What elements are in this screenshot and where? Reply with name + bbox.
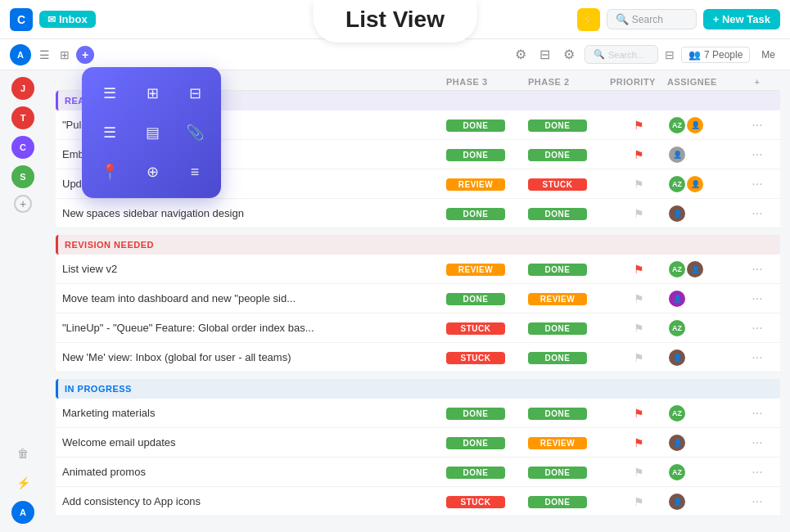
avatar: 👤	[685, 259, 705, 279]
lightning-icon[interactable]: ⚡	[11, 471, 34, 494]
table-row[interactable]: Add consistency to App icons STUCK DONE …	[56, 487, 780, 516]
more-menu-button[interactable]: ···	[741, 206, 774, 221]
dropdown-menu: ☰ ⊞ ⊟ ☰ ▤ 📎 📍 ⊕ ≡	[82, 67, 221, 198]
inbox-icon: ✉	[47, 14, 56, 25]
page-title: List View	[345, 7, 445, 33]
menu-board-icon[interactable]: ⊞	[136, 79, 169, 108]
avatar: 👤	[667, 289, 687, 309]
menu-gantt-icon[interactable]: ≡	[178, 157, 211, 187]
add-view-button[interactable]: +	[76, 46, 94, 64]
inbox-button[interactable]: ✉ Inbox	[39, 11, 96, 28]
status-badge: DONE	[528, 149, 587, 161]
avatar: 👤	[667, 204, 687, 223]
status-badge: DONE	[528, 264, 587, 276]
status-badge: DONE	[446, 467, 505, 479]
flag-icon: ⚑	[634, 495, 644, 508]
columns-icon[interactable]: ⊟	[536, 43, 553, 65]
avatar: 👤	[667, 348, 687, 367]
add-column-button[interactable]: +	[741, 77, 774, 87]
avatar: AZ	[667, 259, 687, 279]
status-badge: DONE	[528, 352, 587, 364]
status-badge: REVIEW	[446, 264, 505, 276]
more-menu-button[interactable]: ···	[741, 435, 774, 450]
table-row[interactable]: "LineUp" - "Queue" Feature: Global order…	[56, 313, 780, 343]
table-row[interactable]: New spaces sidebar navigation design DON…	[56, 199, 780, 228]
group-header-revision[interactable]: REVISION NEEDED	[56, 235, 780, 255]
status-badge: DONE	[528, 322, 587, 335]
more-menu-button[interactable]: ···	[741, 465, 774, 480]
bolt-button[interactable]: ⚡	[577, 8, 600, 31]
table-row[interactable]: New 'Me' view: Inbox (global for user - …	[56, 343, 780, 372]
board-view-icon[interactable]: ⊞	[56, 45, 73, 65]
status-badge: DONE	[446, 437, 505, 449]
add-member-button[interactable]: +	[14, 195, 32, 213]
table-row[interactable]: Welcome email updates DONE REVIEW ⚑ 👤 ··…	[56, 428, 780, 458]
trash-icon[interactable]: 🗑	[11, 442, 34, 465]
more-menu-button[interactable]: ···	[741, 177, 774, 192]
more-menu-button[interactable]: ···	[741, 406, 774, 421]
status-badge: DONE	[446, 208, 505, 220]
menu-grid-icon[interactable]: ⊟	[178, 79, 211, 108]
user-avatar-bottom[interactable]: A	[11, 501, 34, 524]
status-badge: DONE	[446, 408, 505, 420]
menu-attach-icon[interactable]: 📎	[178, 118, 211, 147]
table-row[interactable]: List view v2 REVIEW DONE ⚑ AZ 👤 ···	[56, 255, 780, 284]
sidebar-avatar-s[interactable]: S	[11, 165, 34, 188]
flag-icon: ⚑	[634, 407, 644, 420]
flag-icon: ⚑	[634, 207, 644, 220]
menu-timeline-icon[interactable]: ⊕	[136, 157, 169, 187]
avatar: AZ	[667, 404, 687, 423]
status-badge: STUCK	[528, 178, 587, 191]
avatar: 👤	[685, 174, 705, 194]
sidebar-bottom: 🗑 ⚡ A	[11, 442, 34, 524]
table-row[interactable]: Animated promos DONE DONE ⚑ AZ ···	[56, 458, 780, 487]
me-button[interactable]: Me	[756, 47, 780, 62]
menu-doc-icon[interactable]: ▤	[136, 118, 169, 147]
people-icon: 👥	[688, 49, 701, 61]
workspace-avatar[interactable]: A	[10, 44, 31, 65]
more-menu-button[interactable]: ···	[741, 321, 774, 336]
group-revision: REVISION NEEDED List view v2 REVIEW DONE…	[56, 235, 780, 372]
sidebar-avatar-j[interactable]: J	[11, 77, 34, 100]
flag-icon: ⚑	[634, 466, 644, 479]
title-banner: List View	[313, 0, 477, 43]
menu-list-icon[interactable]: ☰	[93, 79, 126, 108]
search-box[interactable]: 🔍 Search	[607, 9, 697, 29]
gear-icon[interactable]: ⚙	[560, 43, 578, 65]
menu-location-icon[interactable]: 📍	[93, 157, 126, 187]
status-badge: DONE	[528, 208, 587, 220]
filter-icon[interactable]: ⊟	[665, 48, 675, 61]
more-menu-button[interactable]: ···	[741, 262, 774, 277]
flag-icon: ⚑	[634, 292, 644, 305]
sidebar-avatar-t[interactable]: T	[11, 106, 34, 129]
bolt-icon: ⚡	[581, 13, 595, 26]
avatar: 👤	[667, 145, 687, 165]
list-view-icon[interactable]: ☰	[36, 45, 53, 65]
avatar: AZ	[667, 174, 687, 194]
flag-icon: ⚑	[634, 148, 644, 161]
avatar: 👤	[667, 492, 687, 512]
logo-icon[interactable]: C	[10, 8, 33, 31]
search-icon: 🔍	[616, 13, 629, 25]
group-inprogress: IN PROGRESS Marketing materials DONE DON…	[56, 379, 780, 516]
status-badge: DONE	[528, 467, 587, 479]
settings-icon[interactable]: ⚙	[512, 43, 530, 65]
group-header-inprogress[interactable]: IN PROGRESS	[56, 379, 780, 399]
new-task-button[interactable]: + New Task	[703, 9, 780, 29]
status-badge: STUCK	[446, 322, 505, 335]
people-button[interactable]: 👥 7 People	[681, 47, 750, 63]
more-menu-button[interactable]: ···	[741, 291, 774, 306]
more-menu-button[interactable]: ···	[741, 118, 774, 133]
table-search-input[interactable]: 🔍 Search...	[585, 45, 658, 64]
sidebar-avatar-c[interactable]: C	[11, 136, 34, 159]
table-row[interactable]: Move team into dashboard and new "people…	[56, 284, 780, 313]
flag-icon: ⚑	[634, 351, 644, 364]
table-row[interactable]: Marketing materials DONE DONE ⚑ AZ ···	[56, 399, 780, 428]
more-menu-button[interactable]: ···	[741, 494, 774, 509]
menu-list2-icon[interactable]: ☰	[93, 118, 126, 147]
sub-nav: A ☰ ⊞ + ⚙ ⊟ ⚙ 🔍 Search... ⊟ 👥 7 People M…	[0, 39, 790, 70]
more-menu-button[interactable]: ···	[741, 350, 774, 365]
more-menu-button[interactable]: ···	[741, 147, 774, 162]
status-badge: STUCK	[446, 496, 505, 508]
status-badge: REVIEW	[446, 178, 505, 191]
